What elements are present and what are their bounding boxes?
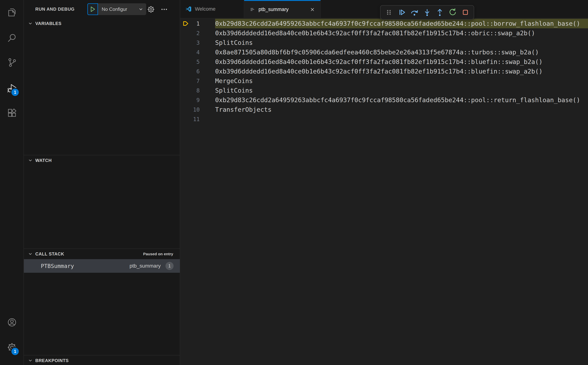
watch-section: WATCH (24, 155, 180, 248)
vscode-logo-icon (185, 6, 191, 12)
tab-ptb-summary[interactable]: ptb_summary (244, 0, 321, 18)
stack-frame-name: PTBSummary (41, 263, 125, 269)
restart-icon[interactable] (448, 8, 457, 17)
call-stack-section: CALL STACK Paused on entry PTBSummary pt… (24, 248, 180, 355)
chevron-down-icon (28, 158, 33, 163)
code-text[interactable]: TransferObjects (215, 105, 588, 114)
tab-label: ptb_summary (259, 7, 289, 12)
debug-count-badge: 1 (11, 89, 19, 96)
line-gutter[interactable]: 10 (180, 105, 215, 114)
code-line[interactable]: 3 SplitCoins (180, 38, 588, 47)
code-text[interactable]: 0x8ae871505a80d8bf6bf9c05906cda6edfeea46… (215, 47, 588, 57)
close-icon[interactable] (310, 7, 315, 12)
launch-configuration-dropdown[interactable]: No Configur (98, 3, 146, 15)
stack-frame-row[interactable]: PTBSummary ptb_summary 1 (24, 259, 180, 273)
stack-frame-badge: 1 (165, 262, 174, 270)
debug-toolbar (380, 5, 474, 20)
chevron-down-icon (28, 358, 33, 363)
line-number: 6 (196, 67, 200, 76)
chevron-down-icon (28, 21, 33, 26)
line-gutter[interactable]: 1 (180, 19, 215, 28)
variables-section: VARIABLES (24, 18, 180, 155)
sidebar-header: RUN AND DEBUG No Configur (24, 0, 180, 18)
activity-bar: 1 1 (0, 0, 24, 365)
line-number: 11 (193, 114, 200, 124)
code-text[interactable]: SplitCoins (215, 38, 588, 47)
source-control-icon[interactable] (7, 58, 17, 67)
code-text[interactable]: 0xb39d6dddedd16ed8a40ce0b1e6b43c92acf0ff… (215, 57, 588, 67)
line-gutter[interactable]: 9 (180, 95, 215, 105)
line-number: 3 (196, 38, 200, 47)
debug-settings-gear-icon[interactable] (147, 6, 155, 13)
code-line[interactable]: 2 0xb39d6dddedd16ed8a40ce0b1e6b43c92acf0… (180, 28, 588, 38)
code-content[interactable]: 1 0xb29d83c26cdd2a64959263abbcfc4a6937f0… (180, 18, 588, 365)
watch-section-header[interactable]: WATCH (24, 155, 180, 166)
code-text[interactable]: SplitCoins (215, 86, 588, 95)
start-debugging-button[interactable] (87, 3, 98, 15)
line-gutter[interactable]: 6 (180, 67, 215, 76)
call-stack-section-header[interactable]: CALL STACK Paused on entry (24, 249, 180, 259)
step-into-icon[interactable] (423, 8, 431, 17)
code-line[interactable]: 7 MergeCoins (180, 76, 588, 86)
code-text[interactable]: 0xb39d6dddedd16ed8a40ce0b1e6b43c92acf0ff… (215, 28, 588, 38)
paused-status-text: Paused on entry (143, 252, 173, 256)
continue-icon[interactable] (397, 8, 406, 17)
sidebar-title: RUN AND DEBUG (35, 0, 75, 18)
line-number: 5 (196, 57, 200, 67)
launch-configuration-label: No Configur (102, 7, 137, 12)
breakpoints-section-header[interactable]: BREAKPOINTS (24, 355, 180, 365)
stack-frame-file: ptb_summary (129, 263, 161, 269)
explorer-icon[interactable] (7, 7, 17, 17)
code-text[interactable]: 0xb29d83c26cdd2a64959263abbcfc4a6937f0c9… (215, 95, 588, 105)
line-gutter[interactable]: 11 (180, 114, 215, 124)
line-number: 8 (196, 86, 200, 95)
search-icon[interactable] (7, 33, 17, 43)
line-gutter[interactable]: 8 (180, 86, 215, 95)
settings-count-badge: 1 (11, 348, 19, 355)
list-file-icon (249, 7, 255, 13)
step-out-icon[interactable] (436, 8, 444, 17)
code-line[interactable]: 1 0xb29d83c26cdd2a64959263abbcfc4a6937f0… (180, 19, 588, 28)
code-line[interactable]: 11 (180, 114, 588, 124)
breakpoints-section: BREAKPOINTS (24, 355, 180, 365)
code-line[interactable]: 4 0x8ae871505a80d8bf6bf9c05906cda6edfeea… (180, 47, 588, 57)
line-number: 4 (196, 47, 200, 57)
line-gutter[interactable]: 3 (180, 38, 215, 47)
code-line[interactable]: 10 TransferObjects (180, 105, 588, 114)
section-label: WATCH (35, 158, 52, 163)
views-more-actions-icon[interactable] (160, 6, 168, 13)
tab-label: Welcome (195, 6, 215, 12)
code-line[interactable]: 6 0xb39d6dddedd16ed8a40ce0b1e6b43c92acf0… (180, 67, 588, 76)
run-and-debug-sidebar: RUN AND DEBUG No Configur (24, 0, 180, 365)
code-line[interactable]: 8 SplitCoins (180, 86, 588, 95)
line-number: 1 (196, 19, 200, 28)
code-line[interactable]: 9 0xb29d83c26cdd2a64959263abbcfc4a6937f0… (180, 95, 588, 105)
section-label: CALL STACK (35, 251, 64, 257)
code-text[interactable]: 0xb29d83c26cdd2a64959263abbcfc4a6937f0c9… (215, 19, 588, 28)
chevron-down-icon (28, 252, 33, 256)
account-icon[interactable] (7, 318, 17, 327)
line-number: 2 (196, 28, 200, 38)
launch-control: No Configur (87, 3, 146, 15)
extensions-icon[interactable] (7, 108, 17, 118)
toolbar-drag-grip-icon[interactable] (385, 8, 393, 17)
debug-current-line-arrow-icon (183, 21, 189, 27)
editor-area: Welcome ptb_summary (180, 0, 588, 365)
line-gutter[interactable]: 4 (180, 47, 215, 57)
tab-welcome[interactable]: Welcome (180, 0, 244, 18)
code-text[interactable] (215, 114, 588, 124)
section-label: VARIABLES (35, 21, 61, 26)
code-text[interactable]: 0xb39d6dddedd16ed8a40ce0b1e6b43c92acf0ff… (215, 67, 588, 76)
chevron-down-icon (138, 7, 143, 12)
line-gutter[interactable]: 2 (180, 28, 215, 38)
line-gutter[interactable]: 5 (180, 57, 215, 67)
step-over-icon[interactable] (410, 8, 419, 17)
variables-section-header[interactable]: VARIABLES (24, 18, 180, 29)
code-line[interactable]: 5 0xb39d6dddedd16ed8a40ce0b1e6b43c92acf0… (180, 57, 588, 67)
stop-icon[interactable] (461, 8, 470, 17)
code-text[interactable]: MergeCoins (215, 76, 588, 86)
line-gutter[interactable]: 7 (180, 76, 215, 86)
section-label: BREAKPOINTS (35, 358, 69, 363)
line-number: 10 (193, 105, 200, 114)
line-number: 7 (196, 76, 200, 86)
